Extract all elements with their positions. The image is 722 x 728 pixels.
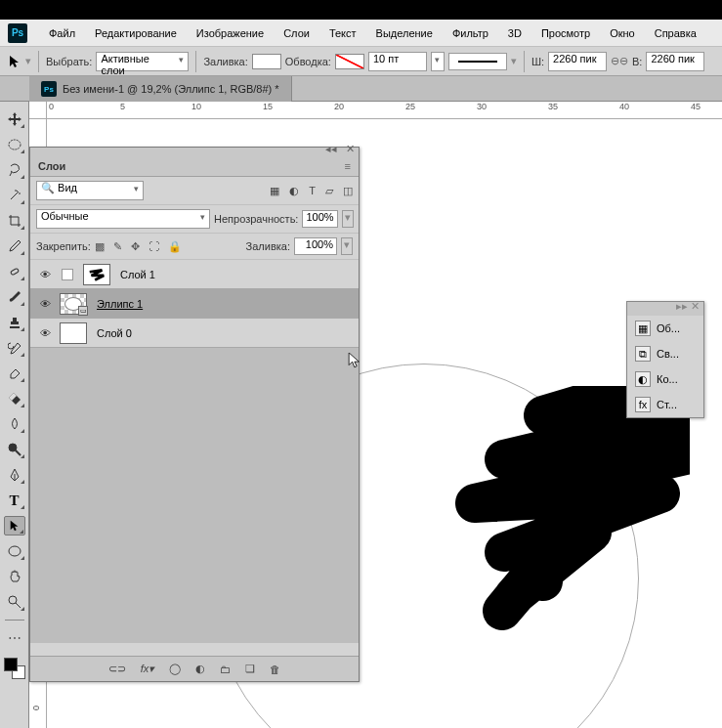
gradient-tool-icon[interactable] xyxy=(4,389,25,408)
ps-logo: Ps xyxy=(8,23,27,43)
menu-text[interactable]: Текст xyxy=(319,27,366,39)
eyedropper-tool-icon[interactable] xyxy=(4,236,25,256)
options-bar: ▾ Выбрать: Активные слои Заливка: Обводк… xyxy=(0,47,722,76)
eraser-tool-icon[interactable] xyxy=(4,364,25,383)
select-scope-dropdown[interactable]: Активные слои xyxy=(96,52,189,71)
lasso-tool-icon[interactable] xyxy=(4,160,25,180)
contrast-icon: ◐ xyxy=(635,371,651,387)
filter-shape-icon[interactable]: ▱ xyxy=(325,185,333,197)
adjustment-icon[interactable]: ◐ xyxy=(195,663,205,675)
crop-tool-icon[interactable] xyxy=(4,211,25,231)
filter-type-icon[interactable]: T xyxy=(309,185,316,197)
layer-row[interactable]: 👁 Слой 1 xyxy=(30,260,359,289)
lock-fill-row: Закрепить: ▩ ✎ ✥ ⛶ 🔒 Заливка: 100% ▾ xyxy=(30,234,359,260)
vector-mask-badge-icon: ▭ xyxy=(78,306,88,316)
layer-name[interactable]: Слой 1 xyxy=(116,269,155,280)
brush-tool-icon[interactable] xyxy=(4,287,25,307)
color-fg-bg[interactable] xyxy=(4,658,25,679)
link-layers-icon[interactable]: ⊂⊃ xyxy=(108,663,126,675)
mini-panel-item[interactable]: ▦ Об... xyxy=(627,316,703,341)
group-icon[interactable]: 🗀 xyxy=(220,664,231,675)
title-bar xyxy=(0,0,722,20)
stamp-tool-icon[interactable] xyxy=(4,313,25,332)
stroke-style-dropdown[interactable] xyxy=(448,53,507,70)
edit-toolbar-icon[interactable]: ⋯ xyxy=(4,628,25,648)
height-field[interactable]: 2260 пик xyxy=(646,52,704,71)
sliders-icon: ⧉ xyxy=(635,346,651,362)
menu-window[interactable]: Окно xyxy=(600,27,645,39)
mini-panel-label: Ст... xyxy=(657,399,677,410)
stroke-swatch[interactable] xyxy=(335,54,364,69)
panel-title[interactable]: Слои xyxy=(38,160,65,172)
main-area: T ⋯ 0 5 10 15 20 25 30 35 40 45 4 0 xyxy=(0,102,722,728)
lock-transparent-icon[interactable]: ▩ xyxy=(95,240,105,253)
history-brush-tool-icon[interactable] xyxy=(4,338,25,358)
opacity-field[interactable]: 100% xyxy=(302,210,337,228)
fx-icon[interactable]: fx▾ xyxy=(141,663,155,675)
visibility-toggle-icon[interactable]: 👁 xyxy=(30,327,60,339)
stroke-width-field[interactable]: 10 пт xyxy=(368,52,427,71)
filter-adjust-icon[interactable]: ◐ xyxy=(289,185,299,197)
pen-tool-icon[interactable] xyxy=(4,465,25,485)
menu-image[interactable]: Изображение xyxy=(187,27,274,39)
menu-3d[interactable]: 3D xyxy=(498,27,531,39)
layer-row[interactable]: 👁 ▭ Эллипс 1 xyxy=(30,289,359,319)
new-layer-icon[interactable]: ❏ xyxy=(245,663,255,675)
lock-artboard-icon[interactable]: ⛶ xyxy=(149,240,159,252)
menu-view[interactable]: Просмотр xyxy=(531,27,600,39)
mini-panel-item[interactable]: ◐ Ко... xyxy=(627,366,703,392)
type-tool-icon[interactable]: T xyxy=(4,491,25,510)
menu-filter[interactable]: Фильтр xyxy=(443,27,498,39)
visibility-toggle-icon[interactable]: 👁 xyxy=(30,269,60,280)
move-tool-icon[interactable] xyxy=(4,109,25,129)
fill-label: Заливка: xyxy=(203,56,247,67)
path-selection-indicator-icon xyxy=(6,53,23,70)
filter-pixel-icon[interactable]: ▦ xyxy=(270,185,279,197)
lock-position-icon[interactable]: ✥ xyxy=(131,240,140,253)
menu-layers[interactable]: Слои xyxy=(274,27,319,39)
visibility-toggle-icon[interactable]: 👁 xyxy=(30,298,60,310)
fill-swatch[interactable] xyxy=(252,54,281,69)
layer-row[interactable]: 👁 Слой 0 xyxy=(30,319,359,348)
width-field[interactable]: 2260 пик xyxy=(548,52,607,71)
trash-icon[interactable]: 🗑 xyxy=(270,664,280,675)
link-wh-icon[interactable]: ⊖⊖ xyxy=(611,55,628,67)
path-selection-tool-icon[interactable] xyxy=(4,516,25,535)
document-tab[interactable]: Ps Без имени-1 @ 19,2% (Эллипс 1, RGB/8#… xyxy=(29,76,292,102)
panel-menu-icon[interactable]: ≡ xyxy=(345,160,351,172)
filter-smart-icon[interactable]: ◫ xyxy=(343,185,353,197)
svg-point-3 xyxy=(9,546,21,556)
healing-tool-icon[interactable] xyxy=(4,262,25,281)
collapsed-panel-dock: ▸▸ ✕ ▦ Об... ⧉ Св... ◐ Ко... fx Ст... xyxy=(626,301,704,418)
menu-edit[interactable]: Редактирование xyxy=(85,27,187,39)
opacity-label: Непрозрачность: xyxy=(214,213,298,225)
mini-panel-grip[interactable]: ▸▸ ✕ xyxy=(627,302,703,316)
filter-type-dropdown[interactable]: 🔍 Вид xyxy=(36,181,144,200)
marquee-tool-icon[interactable] xyxy=(4,135,25,154)
magic-wand-tool-icon[interactable] xyxy=(4,186,25,205)
blur-tool-icon[interactable] xyxy=(4,414,25,434)
menu-help[interactable]: Справка xyxy=(645,27,706,39)
layer-name[interactable]: Слой 0 xyxy=(93,327,132,339)
fill-opacity-field[interactable]: 100% xyxy=(294,237,337,255)
zoom-tool-icon[interactable] xyxy=(4,592,25,612)
layer-thumbnail: ▭ xyxy=(60,293,87,315)
separator xyxy=(524,51,525,72)
mini-panel-item[interactable]: fx Ст... xyxy=(627,392,703,417)
blend-mode-dropdown[interactable]: Обычные xyxy=(36,209,210,229)
lock-image-icon[interactable]: ✎ xyxy=(113,240,122,253)
layer-name[interactable]: Эллипс 1 xyxy=(93,298,143,310)
hand-tool-icon[interactable] xyxy=(4,567,25,586)
mask-icon[interactable]: ◯ xyxy=(169,663,181,675)
ellipse-shape-tool-icon[interactable] xyxy=(4,541,25,561)
ruler-horizontal[interactable]: 0 5 10 15 20 25 30 35 40 45 xyxy=(47,102,722,119)
panel-grip[interactable]: ◂◂ ✕ xyxy=(30,148,359,155)
menu-file[interactable]: Файл xyxy=(39,27,85,39)
fill-dropdown-icon[interactable]: ▾ xyxy=(341,237,353,255)
opacity-dropdown-icon[interactable]: ▾ xyxy=(342,210,354,228)
menu-select[interactable]: Выделение xyxy=(366,27,443,39)
mini-panel-item[interactable]: ⧉ Св... xyxy=(627,341,703,366)
dodge-tool-icon[interactable] xyxy=(4,440,25,459)
select-label: Выбрать: xyxy=(46,56,92,67)
lock-all-icon[interactable]: 🔒 xyxy=(168,240,182,253)
